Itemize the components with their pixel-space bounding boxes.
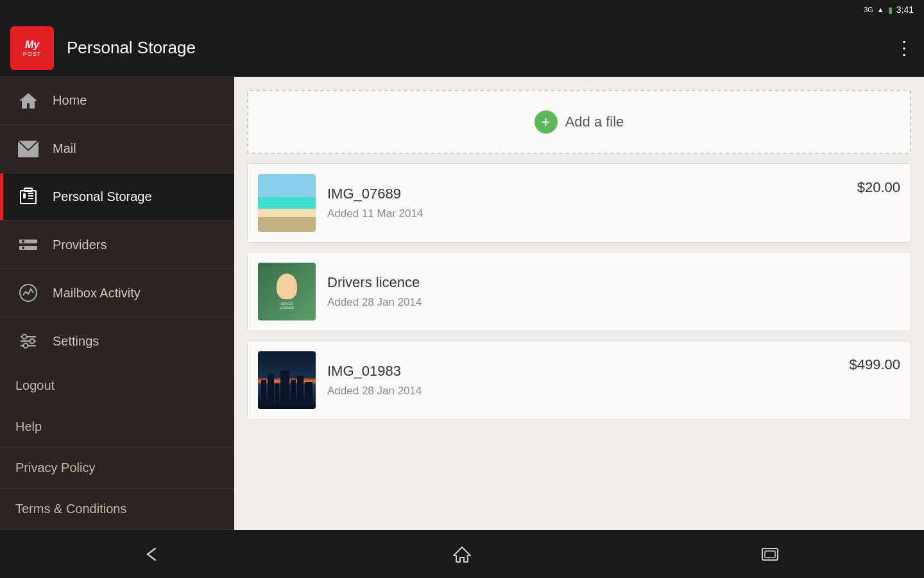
license-thumbnail: DRIVERLICENCE — [258, 263, 316, 320]
sidebar-item-providers-label: Providers — [53, 238, 107, 252]
app-bar: My POST Personal Storage ⋮ — [0, 19, 924, 77]
page-title: Personal Storage — [67, 38, 895, 58]
svg-rect-18 — [261, 380, 266, 403]
sidebar-item-terms-conditions-label: Terms & Conditions — [15, 502, 126, 516]
svg-point-9 — [22, 240, 24, 243]
svg-point-17 — [24, 344, 28, 348]
sidebar-item-providers[interactable]: Providers — [0, 221, 234, 269]
svg-rect-23 — [297, 376, 304, 403]
home-icon — [15, 88, 41, 114]
sidebar-item-privacy-policy-label: Privacy Policy — [15, 460, 95, 475]
item-date-1: Added 11 Mar 2014 — [327, 207, 846, 220]
storage-item-1[interactable]: IMG_07689 Added 11 Mar 2014 $20.00 — [247, 163, 911, 243]
svg-point-10 — [22, 247, 24, 249]
time-display: 3:41 — [896, 4, 914, 15]
activity-icon — [15, 280, 41, 306]
add-file-label: Add a file — [565, 114, 624, 130]
main-layout: Home Mail — [0, 77, 924, 530]
home-button[interactable] — [436, 538, 488, 570]
mail-icon — [15, 136, 41, 162]
add-file-card[interactable]: + Add a file — [247, 90, 911, 154]
item-details-1: IMG_07689 Added 11 Mar 2014 — [327, 186, 846, 220]
item-price-3: $499.00 — [849, 356, 900, 373]
sidebar-item-settings[interactable]: Settings — [0, 317, 234, 365]
item-thumbnail-2: DRIVERLICENCE — [258, 263, 316, 320]
recents-button[interactable] — [744, 538, 796, 570]
add-file-icon: + — [535, 110, 558, 134]
sidebar-item-mail-label: Mail — [53, 141, 76, 156]
svg-rect-21 — [280, 371, 289, 403]
back-button[interactable] — [128, 538, 180, 570]
sidebar-item-settings-label: Settings — [53, 334, 99, 349]
sidebar-item-mail[interactable]: Mail — [0, 125, 234, 173]
storage-item-2[interactable]: DRIVERLICENCE Drivers licence Added 28 J… — [247, 252, 911, 331]
item-date-3: Added 28 Jan 2014 — [327, 385, 837, 398]
battery-icon: ▮ — [888, 5, 893, 15]
add-file-button[interactable]: + Add a file — [535, 110, 624, 134]
storage-item-3[interactable]: IMG_01983 Added 28 Jan 2014 $499.00 — [247, 340, 911, 420]
sidebar-item-personal-storage[interactable]: Personal Storage — [0, 173, 234, 222]
item-details-2: Drivers licence Added 28 Jan 2014 — [327, 274, 900, 309]
beach-thumbnail — [258, 174, 316, 232]
status-bar: 3G ▲ ▮ 3:41 — [0, 0, 924, 19]
sidebar-item-home[interactable]: Home — [0, 77, 234, 125]
signal-bars-icon: ▲ — [877, 6, 884, 13]
sidebar-item-logout-label: Logout — [15, 378, 55, 392]
item-name-3: IMG_01983 — [327, 363, 837, 380]
item-price-1: $20.00 — [857, 179, 900, 196]
bottom-nav — [0, 530, 924, 578]
sidebar: Home Mail — [0, 77, 234, 530]
item-date-2: Added 28 Jan 2014 — [327, 296, 900, 309]
item-name-1: IMG_07689 — [327, 186, 846, 202]
svg-rect-20 — [275, 383, 279, 403]
svg-rect-22 — [291, 380, 296, 403]
providers-icon — [15, 232, 41, 258]
sidebar-item-mailbox-activity-label: Mailbox Activity — [53, 286, 141, 301]
sidebar-item-home-label: Home — [53, 93, 87, 108]
sidebar-item-help-label: Help — [15, 419, 42, 434]
app-logo: My POST — [10, 26, 54, 70]
sidebar-item-privacy-policy[interactable]: Privacy Policy — [0, 448, 234, 489]
item-thumbnail-1 — [258, 174, 316, 232]
svg-rect-6 — [24, 188, 32, 191]
sidebar-item-mailbox-activity[interactable]: Mailbox Activity — [0, 269, 234, 317]
sidebar-item-personal-storage-label: Personal Storage — [53, 189, 152, 204]
sidebar-item-logout[interactable]: Logout — [0, 365, 234, 407]
item-name-2: Drivers licence — [327, 274, 900, 291]
item-details-3: IMG_01983 Added 28 Jan 2014 — [327, 363, 837, 398]
content-area: + Add a file IMG_07689 Added 11 Mar 2014… — [234, 77, 924, 530]
status-icons: 3G ▲ ▮ 3:41 — [864, 4, 914, 15]
active-indicator — [0, 173, 3, 221]
svg-point-16 — [30, 339, 35, 344]
storage-icon — [15, 184, 41, 210]
signal-icon: 3G — [864, 6, 873, 13]
svg-point-15 — [22, 335, 27, 339]
more-options-icon[interactable]: ⋮ — [895, 37, 914, 58]
item-thumbnail-3 — [258, 351, 316, 409]
sidebar-item-help[interactable]: Help — [0, 407, 234, 448]
sidebar-item-terms-conditions[interactable]: Terms & Conditions — [0, 489, 234, 530]
svg-rect-19 — [268, 374, 274, 403]
svg-rect-26 — [765, 551, 775, 557]
svg-rect-24 — [305, 382, 312, 403]
settings-icon — [15, 328, 41, 354]
svg-rect-2 — [23, 193, 26, 198]
